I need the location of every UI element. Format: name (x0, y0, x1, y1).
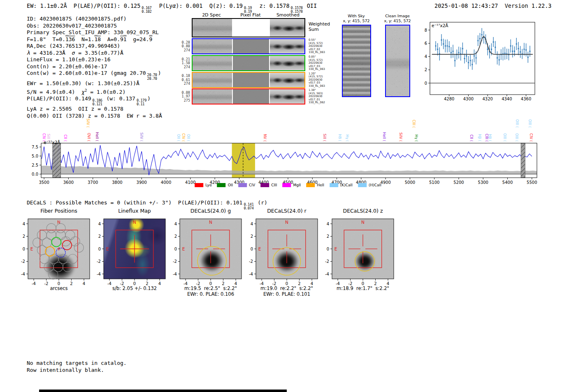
svg-text:-4: -4 (173, 272, 177, 276)
svg-text:5200: 5200 (453, 180, 464, 185)
legend-label: CIII (269, 183, 277, 187)
spec2d-cell-raw (193, 89, 232, 104)
report-version: Version 1.22.3 (505, 2, 552, 9)
legend-swatch (282, 183, 291, 187)
svg-text:3600: 3600 (63, 180, 74, 185)
legend-item: HeII (306, 183, 324, 187)
svg-text:-4: -4 (249, 272, 253, 276)
spec2d-col-header: Pixel Flat (230, 12, 271, 18)
spectral-line-label: CIII ( (412, 120, 416, 128)
legend-label: MgII (291, 183, 301, 187)
panel-axes-svg: -4-4-2-2002244NE (318, 216, 408, 289)
spec2d-cell-flat (233, 73, 269, 87)
panel-caption: EWr: 0. PLAE: 0.101 (242, 291, 332, 297)
legend-swatch (217, 183, 226, 187)
svg-text:N: N (133, 220, 136, 225)
spectral-line-label: Hδ ( (338, 134, 342, 141)
svg-text:4300: 4300 (463, 97, 474, 101)
with-sky-coords: x, y: 415, 572 (336, 19, 377, 23)
spec2d-cell-flat (233, 39, 269, 53)
legend-item: (H)CaII (358, 183, 381, 187)
svg-text:4280: 4280 (444, 97, 454, 101)
spectral-line-label: NV ( (263, 134, 267, 141)
spec2d-row-left-labels: 0.081.97275 (174, 91, 190, 103)
spectral-line-label: Hγ ( (345, 135, 349, 141)
spectral-line-label: HeII ( (95, 132, 99, 141)
svg-text:7.5: 7.5 (32, 145, 38, 149)
info-line-11: S/N = 4.9(±0.4) χ2 = 1.0(±0.2) (27, 87, 162, 96)
svg-text:5500: 5500 (527, 180, 537, 185)
svg-text:0: 0 (251, 247, 253, 251)
legend-item: (K)CaII (330, 183, 353, 187)
spec2d-col-header: 2D Spec (191, 12, 232, 18)
info-line-7: LineFlux = 1.10(±0.23)e-16 (27, 56, 162, 63)
svg-text:E: E (106, 246, 109, 251)
spec2d-cell-smoothed (270, 89, 304, 104)
spec2d-cell-smoothed (270, 39, 304, 53)
spec2d-row-right-labels: 1.20"(415, 572)20220630v017_03330_RL_063 (309, 72, 325, 88)
panel-title: DECaLS(24.0) z (318, 208, 408, 214)
svg-text:4: 4 (327, 222, 329, 226)
svg-text:4: 4 (174, 222, 177, 226)
legend-swatch (195, 183, 203, 187)
elixer-report-page: EW: 1.1±0.2Å P(LAE)/P(OII): 0.1250.1670.… (0, 0, 576, 392)
svg-text:3700: 3700 (88, 180, 98, 185)
legend-label: Lyα (203, 183, 211, 187)
svg-text:4: 4 (23, 222, 25, 226)
spectral-line-label: OVI ( (87, 133, 91, 141)
info-line-8: Cont(n) = 2.20(±0.06)e-17 (27, 63, 162, 70)
report-datetime: 2025-01-08 12:43:27 (434, 2, 498, 9)
svg-text:0: 0 (23, 247, 25, 251)
spec2d-row (192, 88, 305, 104)
svg-text:N: N (209, 220, 212, 225)
svg-text:-4: -4 (325, 272, 329, 276)
spec2d-row-left-labels: 0.280.80274 (174, 41, 190, 53)
legend-item: CIV (238, 183, 255, 187)
info-line-2: Obs: 20220630v017_4023001875 (27, 23, 162, 30)
spec2d-row-right-labels: 1.38"(415, 563)20220630v017_01330_RL_062 (309, 89, 325, 104)
spectral-line-label: OIII ( (515, 119, 519, 128)
spec2d-cell-raw (193, 73, 232, 87)
legend-swatch (260, 183, 269, 187)
spectrum-svg: 3500360037003800390040004100420043004400… (25, 110, 551, 193)
spectral-line-label: Hγ ( (414, 135, 418, 141)
footer-note: No matching targets in catalog. Row inte… (27, 360, 127, 373)
footer-line-1: No matching targets in catalog. (27, 360, 127, 367)
svg-text:0: 0 (98, 247, 101, 251)
svg-text:3800: 3800 (112, 180, 122, 185)
svg-text:-4: -4 (21, 272, 25, 276)
svg-text:5100: 5100 (429, 180, 439, 185)
svg-text:3900: 3900 (137, 180, 147, 185)
svg-text:-2: -2 (325, 259, 329, 264)
spectral-line-label: OII ( (177, 134, 181, 141)
svg-text:4000: 4000 (161, 180, 171, 185)
svg-text:E: E (258, 246, 261, 251)
spectral-line-label: OIII ( (503, 133, 507, 141)
detection-info-block: ID: 4023001875 (4023001875.pdf)Obs: 2022… (27, 16, 162, 119)
svg-text:-2: -2 (173, 259, 177, 264)
svg-text:2.5: 2.5 (32, 163, 38, 167)
legend-swatch (306, 183, 315, 187)
spec2d-cell-flat (233, 19, 269, 37)
info-line-3: Primary Spec_Slot_IFU_AMP: 330_092_075_R… (27, 29, 162, 36)
svg-text:2: 2 (327, 234, 329, 239)
svg-text:N: N (361, 220, 365, 225)
svg-text:-2: -2 (97, 259, 101, 264)
spec2d-row-right-labels: WeightedSum (309, 21, 330, 32)
spec2d-cell-smoothed (270, 19, 304, 37)
full-spectrum-chart: 3500360037003800390040004100420043004400… (25, 110, 551, 193)
legend-swatch (330, 183, 338, 187)
legend-label: (K)CaII (338, 183, 353, 187)
spec2d-cell-flat (233, 89, 269, 104)
spectral-line-label: Hβ ( (478, 134, 482, 141)
svg-text:8: 8 (425, 28, 427, 32)
svg-text:E: E (334, 246, 337, 251)
svg-text:-2: -2 (249, 259, 253, 264)
spectral-line-label: OII ( (186, 134, 190, 141)
line-fit-inset-chart: 4280430043204340436002468 (424, 19, 551, 101)
svg-text:2: 2 (425, 67, 427, 72)
report-meta: 2025-01-08 12:43:27 Version 1.22.3 (434, 2, 552, 9)
spectral-line-label: HeII ( (382, 132, 386, 141)
legend-item: CIII (260, 183, 277, 187)
info-line-6: λ = 4316.23Å σ = 3.35(±0.77)Å (27, 50, 162, 57)
